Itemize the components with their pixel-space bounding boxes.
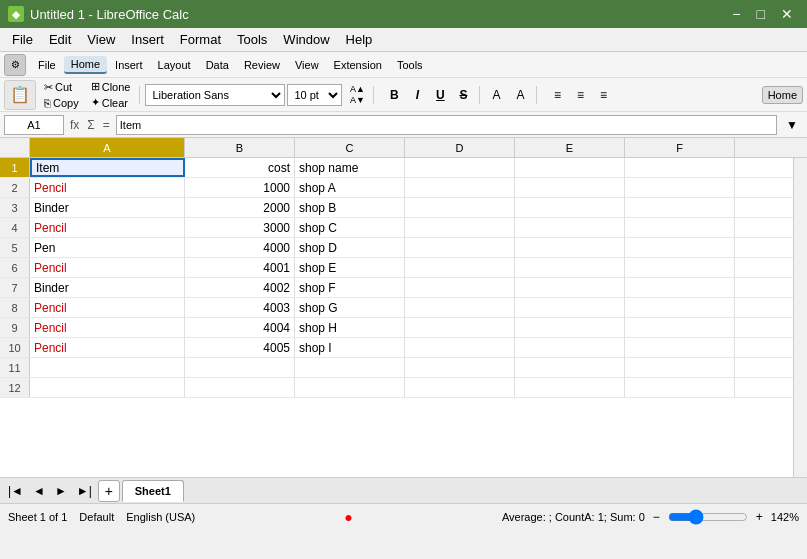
zoom-out-button[interactable]: − xyxy=(653,510,660,524)
cell[interactable] xyxy=(405,238,515,257)
row-number[interactable]: 2 xyxy=(0,178,30,197)
clear-button[interactable]: ✦ Clear xyxy=(87,95,135,110)
cell[interactable]: 4000 xyxy=(185,238,295,257)
font-grow-button[interactable]: A▲ xyxy=(346,84,368,95)
cell[interactable] xyxy=(515,198,625,217)
cell[interactable]: 4003 xyxy=(185,298,295,317)
row-number[interactable]: 3 xyxy=(0,198,30,217)
row-number[interactable]: 12 xyxy=(0,378,30,397)
cell[interactable] xyxy=(625,378,735,397)
column-header-c[interactable]: C xyxy=(295,138,405,157)
cell[interactable] xyxy=(625,318,735,337)
italic-button[interactable]: I xyxy=(406,84,428,106)
cell[interactable] xyxy=(30,378,185,397)
font-color-button[interactable]: A xyxy=(509,84,531,106)
cell[interactable] xyxy=(30,358,185,377)
cell[interactable]: 1000 xyxy=(185,178,295,197)
cell[interactable] xyxy=(515,278,625,297)
cell[interactable]: 2000 xyxy=(185,198,295,217)
menu-insert[interactable]: Insert xyxy=(123,30,172,49)
cell[interactable]: shop H xyxy=(295,318,405,337)
cell[interactable]: Pencil xyxy=(30,218,185,237)
menu-window[interactable]: Window xyxy=(275,30,337,49)
row-number[interactable]: 4 xyxy=(0,218,30,237)
sub-toolbar-layout[interactable]: Layout xyxy=(151,57,198,73)
zoom-slider[interactable] xyxy=(668,509,748,525)
align-center-button[interactable]: ≡ xyxy=(569,84,591,106)
cell[interactable]: Binder xyxy=(30,278,185,297)
highlight-color-button[interactable]: A xyxy=(485,84,507,106)
cell[interactable]: Pen xyxy=(30,238,185,257)
cell[interactable] xyxy=(295,378,405,397)
cell[interactable]: Pencil xyxy=(30,298,185,317)
cell[interactable] xyxy=(515,178,625,197)
sigma-icon[interactable]: Σ xyxy=(85,118,96,132)
row-number[interactable]: 7 xyxy=(0,278,30,297)
cell[interactable] xyxy=(625,338,735,357)
sheet-nav-prev[interactable]: ◄ xyxy=(29,482,49,500)
cell[interactable]: 4002 xyxy=(185,278,295,297)
cell[interactable] xyxy=(405,278,515,297)
cell[interactable] xyxy=(515,258,625,277)
cell[interactable]: shop B xyxy=(295,198,405,217)
copy-button[interactable]: ⎘ Copy xyxy=(40,96,83,110)
sheet-tab-sheet1[interactable]: Sheet1 xyxy=(122,480,184,502)
menu-view[interactable]: View xyxy=(79,30,123,49)
column-header-f[interactable]: F xyxy=(625,138,735,157)
toolbar-settings-icon[interactable]: ⚙ xyxy=(4,54,26,76)
cell[interactable]: 4004 xyxy=(185,318,295,337)
vertical-scrollbar[interactable] xyxy=(793,158,807,477)
menu-file[interactable]: File xyxy=(4,30,41,49)
sheet-nav-first[interactable]: |◄ xyxy=(4,482,27,500)
font-shrink-button[interactable]: A▼ xyxy=(346,95,368,106)
row-number[interactable]: 6 xyxy=(0,258,30,277)
cell[interactable]: Pencil xyxy=(30,178,185,197)
cell[interactable] xyxy=(185,378,295,397)
cell[interactable]: shop G xyxy=(295,298,405,317)
cell[interactable]: Pencil xyxy=(30,338,185,357)
bold-button[interactable]: B xyxy=(383,84,405,106)
cell[interactable] xyxy=(515,218,625,237)
cell[interactable] xyxy=(515,298,625,317)
cell[interactable] xyxy=(405,158,515,177)
cut-button[interactable]: ✂ Cut xyxy=(40,80,83,95)
cell[interactable] xyxy=(625,298,735,317)
cell[interactable] xyxy=(405,378,515,397)
align-left-button[interactable]: ≡ xyxy=(546,84,568,106)
sub-toolbar-review[interactable]: Review xyxy=(237,57,287,73)
cell[interactable]: shop I xyxy=(295,338,405,357)
cell[interactable]: Binder xyxy=(30,198,185,217)
cell[interactable] xyxy=(625,258,735,277)
cell[interactable] xyxy=(405,318,515,337)
cell[interactable]: shop A xyxy=(295,178,405,197)
cell[interactable]: Pencil xyxy=(30,318,185,337)
menu-tools[interactable]: Tools xyxy=(229,30,275,49)
formula-input[interactable] xyxy=(116,115,777,135)
zoom-in-button[interactable]: + xyxy=(756,510,763,524)
menu-help[interactable]: Help xyxy=(338,30,381,49)
row-number[interactable]: 8 xyxy=(0,298,30,317)
cell[interactable] xyxy=(625,218,735,237)
column-header-b[interactable]: B xyxy=(185,138,295,157)
paste-button[interactable]: 📋 xyxy=(4,80,36,110)
cell[interactable] xyxy=(515,358,625,377)
cell[interactable] xyxy=(625,238,735,257)
cell[interactable] xyxy=(185,358,295,377)
menu-format[interactable]: Format xyxy=(172,30,229,49)
menu-edit[interactable]: Edit xyxy=(41,30,79,49)
sheet-nav-next[interactable]: ► xyxy=(51,482,71,500)
cell[interactable]: cost xyxy=(185,158,295,177)
cell[interactable]: 4001 xyxy=(185,258,295,277)
maximize-button[interactable]: □ xyxy=(751,4,771,24)
column-header-d[interactable]: D xyxy=(405,138,515,157)
cell[interactable] xyxy=(515,378,625,397)
row-number[interactable]: 1 xyxy=(0,158,30,177)
close-button[interactable]: ✕ xyxy=(775,4,799,24)
underline-button[interactable]: U xyxy=(429,84,451,106)
cell[interactable] xyxy=(405,298,515,317)
cell[interactable] xyxy=(625,198,735,217)
cell[interactable] xyxy=(405,358,515,377)
cell[interactable]: shop D xyxy=(295,238,405,257)
cell[interactable]: shop F xyxy=(295,278,405,297)
cell[interactable] xyxy=(405,198,515,217)
